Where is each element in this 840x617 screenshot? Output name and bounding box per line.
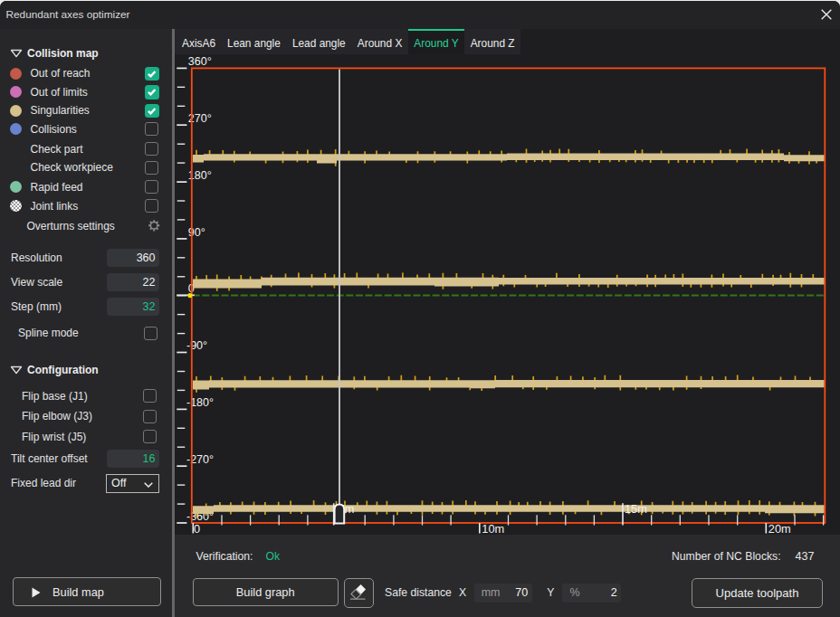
svg-text:90°: 90° bbox=[188, 226, 205, 239]
svg-text:0: 0 bbox=[194, 522, 200, 535]
svg-text:360°: 360° bbox=[188, 55, 212, 68]
svg-text:20m: 20m bbox=[768, 522, 791, 535]
svg-text:15m: 15m bbox=[625, 502, 647, 516]
svg-text:-90°: -90° bbox=[186, 339, 207, 352]
svg-text:-270°: -270° bbox=[186, 453, 214, 466]
svg-text:-180°: -180° bbox=[186, 396, 214, 409]
svg-text:10m: 10m bbox=[482, 522, 504, 535]
